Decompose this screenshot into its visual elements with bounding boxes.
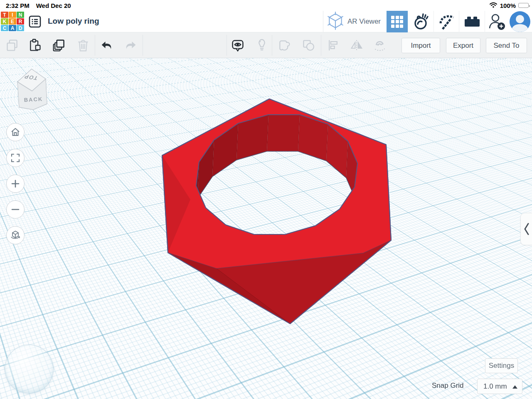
properties-list-icon[interactable]: [29, 15, 41, 28]
delete-icon[interactable]: [76, 39, 90, 52]
send-to-button[interactable]: Send To: [486, 38, 527, 53]
zoom-in-button[interactable]: [6, 175, 25, 193]
avatar: [510, 11, 530, 32]
dropdown-arrow-icon: [512, 385, 517, 389]
copy-icon[interactable]: [6, 39, 19, 52]
lightbulb-icon[interactable]: [255, 39, 268, 52]
tinkercad-app: 2:32 PM Wed Dec 20 100% T I N K E R C A …: [0, 0, 532, 399]
redo-icon[interactable]: [123, 39, 137, 52]
add-person-icon: [488, 12, 506, 31]
zoom-out-icon: [10, 204, 20, 214]
duplicate-icon[interactable]: [52, 39, 66, 52]
undo-icon[interactable]: [101, 39, 114, 52]
fit-view-button[interactable]: [6, 149, 25, 167]
settings-button[interactable]: Settings: [485, 358, 518, 373]
tinkercad-logo[interactable]: T I N K E R C A D: [1, 12, 25, 32]
battery-icon: [518, 3, 529, 8]
fit-view-icon: [10, 153, 20, 163]
show-hide-icon[interactable]: [231, 39, 244, 52]
snap-grid-label: Snap Grid: [432, 382, 464, 390]
ar-viewer-label: AR Viewer: [347, 17, 381, 26]
ar-cube-icon: [327, 12, 344, 32]
snap-grid-dropdown[interactable]: 1.0 mm: [477, 379, 522, 394]
grid-view-button[interactable]: [387, 11, 408, 32]
orbit-puck[interactable]: [5, 345, 54, 394]
perspective-icon: [10, 230, 21, 241]
design-title[interactable]: Low poly ring: [48, 17, 99, 26]
add-person-button[interactable]: [485, 11, 508, 32]
zoom-in-icon: [10, 179, 20, 189]
viewport-canvas[interactable]: TOP BACK: [0, 58, 532, 399]
group-icon[interactable]: [278, 39, 291, 52]
grid-view-icon: [391, 16, 403, 28]
blocks-mode-button[interactable]: [433, 11, 459, 32]
view-cube[interactable]: TOP BACK: [0, 58, 66, 116]
status-bar: 2:32 PM Wed Dec 20 100%: [0, 0, 532, 11]
model-low-poly-ring[interactable]: [0, 58, 532, 399]
lego-brick-icon: [463, 13, 481, 30]
battery-percent: 100%: [500, 2, 516, 9]
date: Wed Dec 20: [36, 2, 71, 9]
home-view-button[interactable]: [6, 123, 25, 141]
clock: 2:32 PM: [6, 2, 30, 9]
view-cube-back-label: BACK: [24, 96, 43, 103]
import-button[interactable]: Import: [401, 38, 440, 53]
magnet-icon[interactable]: [373, 39, 387, 52]
paste-icon[interactable]: [28, 39, 42, 52]
header-divider: [323, 11, 323, 32]
edit-toolbar: Import Export Send To: [0, 32, 532, 58]
snap-grid-value: 1.0 mm: [483, 382, 507, 391]
view-controls: [6, 123, 25, 244]
zoom-out-button[interactable]: [6, 200, 25, 219]
wifi-icon: [489, 2, 498, 10]
sim-lab-button[interactable]: [408, 11, 433, 32]
ar-viewer-button[interactable]: AR Viewer: [324, 11, 381, 32]
align-icon[interactable]: [327, 39, 340, 52]
export-button[interactable]: Export: [446, 38, 480, 53]
sim-lab-hand-icon: [412, 12, 430, 31]
profile-button[interactable]: [508, 11, 532, 32]
minecraft-pickaxe-icon: [437, 12, 456, 31]
home-view-icon: [10, 127, 20, 137]
header: T I N K E R C A D Low poly ring AR Viewe…: [0, 11, 532, 32]
mirror-icon[interactable]: [350, 39, 363, 52]
chevron-left-icon: [523, 222, 530, 236]
shapes-panel-handle[interactable]: [520, 213, 532, 245]
bricks-mode-button[interactable]: [459, 11, 485, 32]
perspective-toggle-button[interactable]: [6, 226, 25, 244]
ungroup-icon[interactable]: [302, 39, 315, 52]
